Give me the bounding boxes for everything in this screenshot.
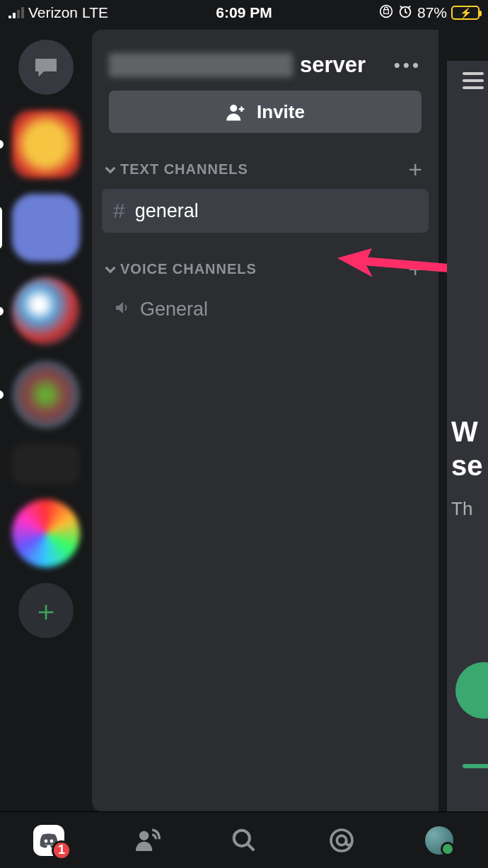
chevron-down-icon	[105, 164, 116, 175]
wave-button-peek[interactable]	[455, 662, 488, 719]
server-header[interactable]: server •••	[102, 30, 429, 91]
hamburger-icon[interactable]	[463, 72, 488, 89]
server-name: server	[109, 52, 366, 78]
add-server-button[interactable]: ＋	[18, 583, 74, 638]
network-label: LTE	[82, 4, 108, 21]
clock: 6:09 PM	[216, 4, 272, 21]
voice-channel-name-label: General	[140, 299, 208, 320]
speaker-icon	[113, 299, 130, 320]
tab-mentions[interactable]	[324, 823, 359, 858]
tab-bar: 1	[0, 811, 488, 868]
battery-pct: 87%	[417, 4, 447, 21]
server-name-redacted	[109, 53, 293, 77]
chevron-down-icon	[105, 264, 116, 275]
friends-icon	[132, 826, 161, 855]
server-item-2-active[interactable]	[12, 194, 80, 262]
add-text-channel-button[interactable]: +	[408, 156, 423, 183]
invite-button[interactable]: Invite	[109, 91, 422, 133]
direct-messages-button[interactable]	[18, 40, 74, 95]
chat-panel-peek[interactable]: Wse Th	[447, 61, 488, 825]
battery-icon: ⚡	[451, 6, 480, 20]
status-right: 87% ⚡	[379, 4, 480, 23]
alarm-icon	[397, 4, 413, 23]
channel-name-label: general	[135, 200, 199, 222]
search-icon	[231, 827, 257, 854]
peek-heading: Wse	[451, 415, 488, 482]
channel-general-voice[interactable]: General	[102, 289, 429, 330]
hash-icon: #	[113, 199, 125, 223]
svg-point-2	[230, 105, 237, 112]
notification-badge: 1	[52, 840, 71, 860]
peek-accent	[463, 764, 488, 768]
status-left: Verizon LTE	[8, 4, 108, 21]
svg-point-5	[139, 831, 149, 840]
svg-point-6	[234, 830, 250, 845]
server-item-3[interactable]	[12, 277, 80, 345]
svg-point-8	[337, 835, 346, 845]
add-voice-channel-button[interactable]: +	[408, 255, 423, 283]
tab-search[interactable]	[226, 823, 262, 858]
svg-point-7	[331, 830, 352, 851]
svg-point-4	[50, 839, 54, 843]
invite-label: Invite	[257, 101, 305, 123]
speech-bubble-icon	[33, 57, 59, 78]
tab-home[interactable]: 1	[31, 823, 66, 858]
server-item-4[interactable]	[12, 361, 80, 429]
main-area: ＋ server ••• Invite TEXT CHANNELS + # ge…	[0, 25, 488, 811]
server-name-suffix: server	[300, 52, 366, 78]
channel-panel: server ••• Invite TEXT CHANNELS + # gene…	[92, 30, 438, 811]
text-channels-label: TEXT CHANNELS	[120, 161, 248, 178]
carrier-label: Verizon	[28, 4, 78, 21]
server-item-1[interactable]	[12, 110, 80, 178]
voice-channels-label: VOICE CHANNELS	[120, 261, 257, 277]
text-channels-category[interactable]: TEXT CHANNELS +	[102, 133, 429, 189]
peek-subtext: Th	[451, 498, 488, 520]
server-item-6[interactable]	[12, 499, 80, 567]
tab-friends[interactable]	[129, 823, 164, 858]
server-item-5[interactable]	[12, 444, 80, 484]
at-icon	[327, 826, 356, 855]
server-more-button[interactable]: •••	[394, 54, 422, 76]
orientation-lock-icon	[379, 4, 393, 22]
plus-icon: ＋	[32, 591, 60, 630]
tab-profile[interactable]	[422, 823, 457, 858]
channel-general-text[interactable]: # general	[102, 189, 429, 233]
svg-point-3	[45, 839, 48, 843]
status-bar: Verizon LTE 6:09 PM 87% ⚡	[0, 0, 488, 25]
server-list: ＋	[0, 25, 92, 811]
invite-person-icon	[226, 103, 247, 121]
signal-icon	[8, 7, 24, 18]
user-avatar	[425, 826, 453, 855]
voice-channels-category[interactable]: VOICE CHANNELS +	[102, 233, 429, 289]
